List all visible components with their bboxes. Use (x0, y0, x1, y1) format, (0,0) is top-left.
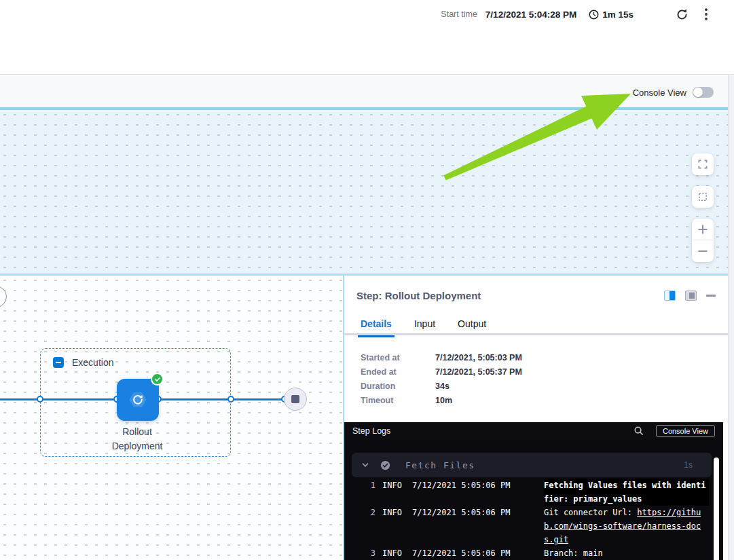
start-time-value: 7/12/2021 5:04:28 PM (485, 10, 576, 20)
full-view-icon[interactable] (685, 291, 697, 301)
minimize-panel-button[interactable] (706, 295, 716, 297)
toggle-knob (693, 88, 703, 97)
section-success-icon (380, 460, 390, 470)
pipeline-end-node[interactable] (284, 388, 307, 411)
rollout-deployment-step-node[interactable] (117, 379, 159, 421)
logs-console-view-button[interactable]: Console View (656, 425, 715, 437)
log-section-duration: 1s (684, 460, 693, 470)
chevron-down-icon[interactable] (361, 461, 369, 469)
step-details-panel: Step: Rollout Deployment Details Input O… (344, 276, 728, 560)
page-scrollbar-track[interactable] (728, 75, 734, 560)
view-toolbar: Console View (0, 75, 734, 107)
tabs-divider (344, 333, 728, 335)
execution-group-label: Execution (72, 357, 113, 368)
zoom-out-button[interactable] (692, 240, 714, 262)
connector-dot (227, 396, 234, 403)
zoom-controls (692, 219, 714, 262)
detail-row-duration: Duration 34s (361, 381, 522, 391)
log-lines: 1 INFO 7/12/2021 5:05:06 PM Fetching Val… (344, 479, 714, 560)
success-badge-icon (151, 373, 164, 386)
logs-scrollbar[interactable] (714, 458, 719, 560)
more-options-button[interactable] (697, 5, 715, 23)
refresh-button[interactable] (673, 5, 691, 23)
fullscreen-button[interactable] (692, 153, 714, 175)
log-section-title: Fetch Files (405, 460, 475, 470)
pipeline-graph-canvas[interactable] (0, 110, 728, 274)
log-line: 1 INFO 7/12/2021 5:05:06 PM Fetching Val… (344, 479, 714, 506)
fit-to-view-button[interactable] (692, 186, 714, 208)
step-node-label: Rollout Deployment (79, 425, 195, 453)
start-time-label: Start time (441, 10, 477, 19)
step-logs-title: Step Logs (352, 426, 390, 436)
collapse-group-button[interactable] (53, 357, 64, 368)
console-view-toggle[interactable] (693, 87, 714, 98)
detail-row-started: Started at 7/12/2021, 5:05:03 PM (361, 353, 522, 362)
execution-group-header: Execution (53, 357, 113, 368)
execution-meta: Start time 7/12/2021 5:04:28 PM 1m 15s (441, 7, 715, 22)
console-view-label: Console View (633, 88, 686, 98)
step-logs-body: Fetch Files 1s 1 INFO 7/12/2021 5:05:06 … (344, 439, 723, 560)
clock-icon (589, 10, 599, 20)
connector-dot (37, 396, 43, 403)
rollout-icon (123, 385, 153, 415)
top-header: Start time 7/12/2021 5:04:28 PM 1m 15s (0, 0, 734, 75)
stop-icon (291, 395, 299, 403)
pipeline-execution-page: Start time 7/12/2021 5:04:28 PM 1m 15s C… (0, 0, 734, 560)
detail-row-ended: Ended at 7/12/2021, 5:05:37 PM (361, 367, 522, 377)
step-panel-title: Step: Rollout Deployment (356, 290, 481, 301)
search-logs-icon[interactable] (634, 426, 644, 436)
step-details-list: Started at 7/12/2021, 5:05:03 PM Ended a… (361, 353, 522, 410)
log-line: 3 INFO 7/12/2021 5:05:06 PM Branch: main (344, 546, 714, 560)
log-section-fetch-files[interactable]: Fetch Files 1s (352, 453, 712, 477)
log-line: 2 INFO 7/12/2021 5:05:06 PM Git connecto… (344, 506, 714, 546)
zoom-in-button[interactable] (692, 219, 714, 240)
split-view-icon[interactable] (664, 291, 676, 301)
step-logs-header: Step Logs Console View (344, 422, 723, 439)
detail-row-timeout: Timeout 10m (361, 396, 522, 405)
elapsed-duration: 1m 15s (589, 10, 634, 20)
